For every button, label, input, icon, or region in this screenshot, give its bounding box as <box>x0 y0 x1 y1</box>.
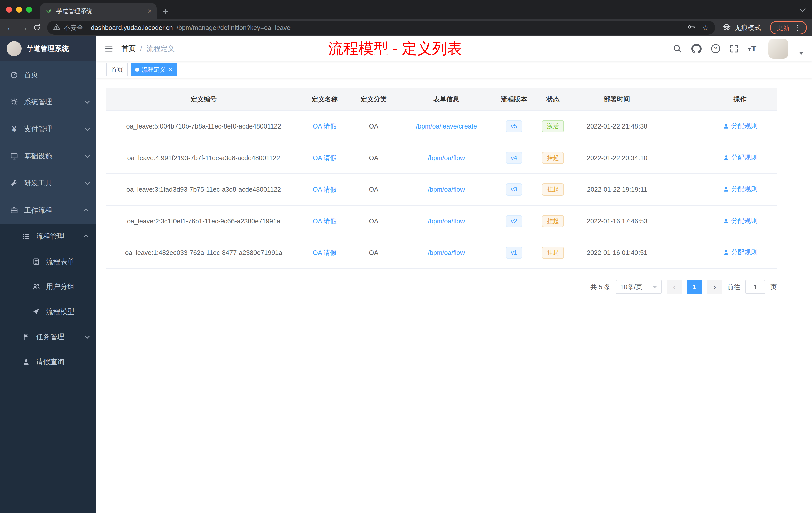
sidebar-item-label: 流程表单 <box>46 257 88 266</box>
search-icon[interactable] <box>673 44 682 53</box>
zoom-window-button[interactable] <box>26 6 32 12</box>
window-controls <box>0 6 40 12</box>
status-badge: 激活 <box>542 120 564 132</box>
form-link[interactable]: /bpm/oa/flow <box>428 186 465 193</box>
update-browser-button[interactable]: 更新 ⋮ <box>770 21 807 34</box>
cell-deploy-time: 2022-01-16 17:46:53 <box>572 205 662 237</box>
help-icon[interactable]: ? <box>711 44 720 53</box>
definition-name-link[interactable]: OA 请假 <box>313 217 337 225</box>
column-header-form: 表单信息 <box>399 88 494 111</box>
definition-name-link[interactable]: OA 请假 <box>313 249 337 256</box>
user-avatar[interactable] <box>768 39 788 59</box>
goto-page-input[interactable] <box>745 280 765 294</box>
close-window-button[interactable] <box>6 6 12 12</box>
sidebar-item-leave-query[interactable]: 请假查询 <box>0 350 96 374</box>
breadcrumb: 首页 / 流程定义 <box>121 44 175 54</box>
sidebar-logo[interactable]: 芋道管理系统 <box>0 36 96 61</box>
next-page-button[interactable]: › <box>707 280 722 294</box>
form-link[interactable]: /bpm/oa/flow <box>428 217 465 225</box>
user-icon <box>723 249 729 256</box>
hamburger-icon[interactable] <box>105 44 114 53</box>
column-header-name: 定义名称 <box>301 88 348 111</box>
cell-definition-id: oa_leave:2:3c1f0ef1-76b1-11ec-9c66-a2380… <box>107 205 301 237</box>
sidebar: 芋道管理系统 首页 系统管理 ¥ 支付管理 基础设施 <box>0 36 96 513</box>
incognito-label: 无痕模式 <box>735 23 761 32</box>
security-label[interactable]: 不安全 <box>64 23 83 32</box>
cell-spacer <box>662 237 703 269</box>
tag-process-definition[interactable]: 流程定义 × <box>130 63 177 76</box>
prev-page-button[interactable]: ‹ <box>667 280 682 294</box>
fullscreen-icon[interactable] <box>730 44 739 53</box>
minimize-window-button[interactable] <box>16 6 22 12</box>
definition-name-link[interactable]: OA 请假 <box>313 186 337 193</box>
breadcrumb-home[interactable]: 首页 <box>121 44 136 54</box>
table-header-row: 定义编号 定义名称 定义分类 表单信息 流程版本 状态 部署时间 操作 <box>107 88 777 111</box>
font-size-icon[interactable]: тT <box>748 44 757 54</box>
omnibox-divider <box>87 24 87 31</box>
new-tab-button[interactable]: + <box>163 6 169 16</box>
assign-rule-link[interactable]: 分配规则 <box>723 185 757 193</box>
user-icon <box>723 186 729 192</box>
sidebar-item-system-management[interactable]: 系统管理 <box>0 88 96 116</box>
tab-search-chevron-icon[interactable] <box>800 5 806 12</box>
browser-tab[interactable]: 芋道管理系统 × <box>40 3 157 19</box>
definition-name-link[interactable]: OA 请假 <box>313 122 337 130</box>
chevron-down-icon <box>85 99 90 104</box>
list-icon <box>22 233 30 240</box>
cell-definition-id: oa_leave:3:1fad3d93-7b75-11ec-a3c8-acde4… <box>107 174 301 205</box>
cell-deploy-time: 2022-01-22 19:19:11 <box>572 174 662 205</box>
github-icon[interactable] <box>692 44 701 54</box>
sidebar-item-label: 支付管理 <box>24 124 79 134</box>
cell-spacer <box>662 111 703 142</box>
reload-button[interactable] <box>33 24 43 31</box>
form-link[interactable]: /bpm/oa/leave/create <box>416 122 477 130</box>
assign-rule-link[interactable]: 分配规则 <box>723 153 757 162</box>
table-row: oa_leave:2:3c1f0ef1-76b1-11ec-9c66-a2380… <box>107 205 777 237</box>
browser-menu-dots-icon[interactable]: ⋮ <box>794 24 801 32</box>
update-label: 更新 <box>777 23 790 32</box>
sidebar-item-payment-management[interactable]: ¥ 支付管理 <box>0 116 96 143</box>
sidebar-item-label: 工作流程 <box>24 206 79 215</box>
address-bar[interactable]: 不安全 dashboard.yudao.iocoder.cn /bpm/mana… <box>47 21 715 35</box>
page-number-button[interactable]: 1 <box>687 280 702 294</box>
chevron-down-icon <box>85 126 90 131</box>
sidebar-item-workflow[interactable]: 工作流程 <box>0 197 96 224</box>
tab-close-icon[interactable]: × <box>148 7 152 14</box>
user-icon <box>22 358 30 366</box>
definition-name-link[interactable]: OA 请假 <box>313 154 337 162</box>
forward-button[interactable]: → <box>19 23 29 32</box>
cell-category: OA <box>348 111 399 142</box>
sidebar-item-task-management[interactable]: 任务管理 <box>0 324 96 350</box>
sidebar-item-process-form[interactable]: 流程表单 <box>0 249 96 274</box>
tag-close-icon[interactable]: × <box>169 66 173 73</box>
sidebar-item-process-management[interactable]: 流程管理 <box>0 224 96 249</box>
assign-rule-link[interactable]: 分配规则 <box>723 248 757 257</box>
page-size-select[interactable]: 10条/页 <box>616 280 662 294</box>
sidebar-item-home[interactable]: 首页 <box>0 61 96 88</box>
tag-home[interactable]: 首页 <box>107 63 127 76</box>
monitor-icon <box>10 152 18 160</box>
goto-label: 前往 <box>727 282 740 292</box>
form-link[interactable]: /bpm/oa/flow <box>428 249 465 256</box>
sidebar-item-infrastructure[interactable]: 基础设施 <box>0 143 96 170</box>
bookmark-star-icon[interactable]: ☆ <box>702 23 709 32</box>
tab-favicon-icon <box>45 7 52 15</box>
assign-rule-link[interactable]: 分配规则 <box>723 216 757 225</box>
key-icon[interactable] <box>687 23 695 33</box>
caret-down-icon[interactable] <box>799 52 804 55</box>
form-link[interactable]: /bpm/oa/flow <box>428 154 465 162</box>
sidebar-item-dev-tools[interactable]: 研发工具 <box>0 170 96 197</box>
logo-avatar <box>6 41 22 56</box>
workflow-submenu: 流程管理 流程表单 用户分组 流程模型 任务管理 <box>0 224 96 374</box>
back-button[interactable]: ← <box>5 23 15 32</box>
sidebar-item-process-model[interactable]: 流程模型 <box>0 299 96 324</box>
chevron-up-icon <box>83 235 88 240</box>
cell-category: OA <box>348 205 399 237</box>
column-header-category: 定义分类 <box>348 88 399 111</box>
dashboard-gauge-icon <box>10 71 18 79</box>
sidebar-item-label: 基础设施 <box>24 151 79 161</box>
assign-rule-link[interactable]: 分配规则 <box>723 121 757 130</box>
column-header-actions: 操作 <box>703 88 777 111</box>
chevron-up-icon <box>83 209 88 214</box>
sidebar-item-user-group[interactable]: 用户分组 <box>0 274 96 299</box>
